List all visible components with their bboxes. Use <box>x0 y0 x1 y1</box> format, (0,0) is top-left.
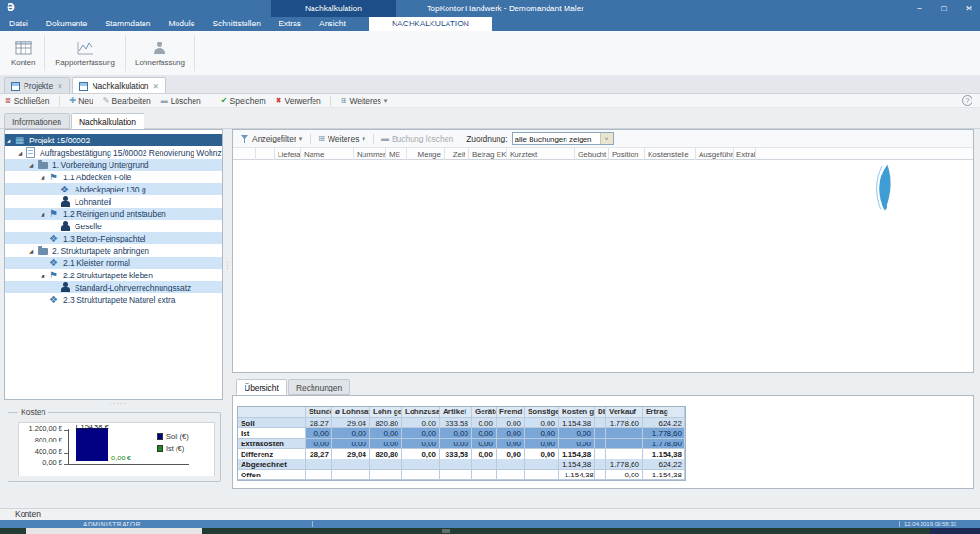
vertical-splitter[interactable]: ⋮ <box>223 129 232 400</box>
tree-expander-icon[interactable]: ◢ <box>7 138 15 143</box>
close-tab-icon[interactable]: ✕ <box>153 82 159 91</box>
tree-item-label: 1.3 Beton-Feinspachtel <box>63 234 145 243</box>
schliessen-button[interactable]: ⊠ Schließen <box>5 96 50 106</box>
ribbon-separator <box>194 35 195 71</box>
grid-column-header[interactable]: Kurztext <box>507 148 575 160</box>
accounts-table-icon <box>14 40 33 57</box>
grid-column-header[interactable]: Menge <box>407 148 445 160</box>
tree-expander-icon[interactable]: ◢ <box>41 273 49 278</box>
document-icon <box>26 147 35 158</box>
tab-uebersicht[interactable]: Übersicht <box>236 379 287 395</box>
zuordnung-select[interactable]: alle Buchungen zeigen ˅ <box>512 132 614 145</box>
bearbeiten-button[interactable]: ✎ Bearbeiten <box>103 96 151 106</box>
tree-indent <box>5 189 52 190</box>
menu-item[interactable]: Datei <box>9 17 28 31</box>
grid-column-header[interactable]: Ausgeführt <box>696 148 734 160</box>
weiteres-button[interactable]: ⊞ Weiteres ▾ <box>341 96 388 106</box>
grid-column-header[interactable]: Extrak... <box>734 148 756 160</box>
menu-item[interactable]: Ansicht <box>319 17 346 31</box>
ribbon-tab-nachkalkulation[interactable]: NACHKALKULATION <box>369 17 492 31</box>
tree-expander-icon[interactable]: ◢ <box>41 211 49 217</box>
tree-item[interactable]: 2.1 Kleister normal <box>5 257 222 269</box>
lohnerfassung-button[interactable]: Lohnerfassung <box>127 31 193 75</box>
menu-item[interactable]: Module <box>169 17 195 31</box>
grid-column-header[interactable] <box>256 148 275 160</box>
summary-row-label: Extrakosten <box>238 439 306 449</box>
tree-item[interactable]: ◢ Projekt 15/00002 <box>5 134 222 146</box>
tab-nachkalkulation[interactable]: Nachkalkulation ✕ <box>72 77 165 93</box>
new-plus-icon: ✚ <box>70 96 76 106</box>
summary-column-header <box>238 407 306 418</box>
tray-icon[interactable] <box>442 529 450 533</box>
menu-item[interactable]: Schnittstellen <box>212 17 261 31</box>
help-icon[interactable]: ? <box>962 95 972 106</box>
tree-item[interactable]: ◢ 1. Vorbereitung Untergrund <box>5 159 222 171</box>
toolbar-separator <box>59 96 60 106</box>
konten-button[interactable]: Konten <box>4 31 42 75</box>
loeschen-button[interactable]: ▬ Löschen <box>161 96 201 106</box>
tree-item[interactable]: Standard-Lohnverrechnungssatz <box>5 281 222 293</box>
current-user: ADMINISTRATOR <box>83 521 141 527</box>
more-window-icon: ⊞ <box>341 96 347 106</box>
tree-item[interactable]: ◢ 1.1 Abdecken Folie <box>5 171 222 183</box>
grid-column-header[interactable]: Name <box>301 148 354 160</box>
taskbar-window-button[interactable] <box>26 528 202 534</box>
anzeigefilter-button[interactable]: Anzeigefilter ▾ <box>241 134 302 143</box>
grid-column-header[interactable]: Lieferant <box>275 148 301 160</box>
tree-item[interactable]: Abdeckpapier 130 g <box>5 183 222 195</box>
rapporterfassung-button[interactable]: Rapporterfassung <box>47 31 123 75</box>
verwerfen-button[interactable]: ✖ Verwerfen <box>276 96 321 106</box>
tree-expander-icon[interactable]: ◢ <box>29 248 38 254</box>
ist-legend-swatch <box>157 445 163 452</box>
y-tick-label: 800,00 € <box>19 436 62 444</box>
tree-indent <box>5 275 41 275</box>
tree-item[interactable]: ◢ Auftragsbestätigung 15/00002 Renovieru… <box>5 146 222 159</box>
combo-arrow-icon[interactable]: ˅ <box>600 133 613 144</box>
summary-row: Extrakosten 0,00 0,00 0,00 0,00 0,00 0,0… <box>238 439 685 449</box>
datetime-display: 12.04.2019 09:58:32 <box>904 521 956 526</box>
buchung-loeschen-button[interactable]: ▬ Buchung löschen <box>381 134 453 143</box>
grid-column-header[interactable]: Gebucht <box>575 148 609 160</box>
tab-rechnungen[interactable]: Rechnungen <box>288 379 350 395</box>
speichern-button[interactable]: ✔ Speichern <box>221 96 266 106</box>
menu-item[interactable]: Stammdaten <box>105 17 150 31</box>
neu-button[interactable]: ✚ Neu <box>70 96 93 106</box>
grid-column-header[interactable]: Zeit <box>445 148 469 160</box>
grid-column-header[interactable]: ME <box>386 148 407 160</box>
grid-column-header[interactable]: Betrag EK <box>469 148 507 160</box>
user-bar: ADMINISTRATOR 12.04.2019 09:58:32 <box>0 520 980 528</box>
selected-option: alle Buchungen zeigen <box>513 135 600 143</box>
tab-informationen[interactable]: Informationen <box>4 113 70 129</box>
tree-item[interactable]: ◢ 2. Strukturtapete anbringen <box>5 244 222 257</box>
grid-column-header[interactable] <box>233 148 256 160</box>
menu-item[interactable]: Extras <box>279 17 301 31</box>
folder-icon <box>38 245 49 256</box>
tree-expander-icon[interactable]: ◢ <box>29 162 38 168</box>
tree-item[interactable]: ◢ 2.2 Strukturtapete kleben <box>5 269 222 281</box>
tree-expander-icon[interactable]: ◢ <box>18 150 26 156</box>
minimize-icon[interactable]: – <box>914 4 925 13</box>
chevron-down-icon: ▾ <box>362 135 365 142</box>
grid-column-header[interactable]: Kostenstelle <box>645 148 696 160</box>
close-icon[interactable]: ✕ <box>963 4 974 13</box>
window-controls: – □ ✕ <box>914 0 974 17</box>
ribbon-button-label: Rapporterfassung <box>55 58 115 67</box>
tab-nachkalkulation-view[interactable]: Nachkalkulation <box>71 113 144 129</box>
tab-projekte[interactable]: Projekte ✕ <box>4 77 70 93</box>
close-tab-icon[interactable]: ✕ <box>57 82 62 91</box>
tree-item[interactable]: 2.3 Strukturtapete Naturel extra <box>5 293 222 306</box>
grid-column-header[interactable]: Position <box>609 148 645 160</box>
grid-column-header[interactable]: Nummer <box>354 148 386 160</box>
tree-item[interactable]: Geselle <box>5 220 222 232</box>
tree-item[interactable]: 1.3 Beton-Feinspachtel <box>5 232 222 244</box>
menu-item[interactable]: Dokumente <box>46 17 87 31</box>
tree-expander-icon[interactable]: ◢ <box>41 175 49 180</box>
tree-item-label: 2.1 Kleister normal <box>63 259 130 268</box>
weiteres-filter-button[interactable]: ⊞ Weiteres ▾ <box>318 134 365 143</box>
horizontal-splitter[interactable]: ····· <box>90 399 146 408</box>
person-icon <box>60 196 72 207</box>
tree-item[interactable]: Lohnanteil <box>5 195 222 208</box>
tree-item[interactable]: ◢ 1.2 Reinigen und entstauben <box>5 208 222 220</box>
grid-header-row: LieferantNameNummerMEMengeZeitBetrag EKK… <box>233 148 973 160</box>
maximize-icon[interactable]: □ <box>938 4 950 13</box>
